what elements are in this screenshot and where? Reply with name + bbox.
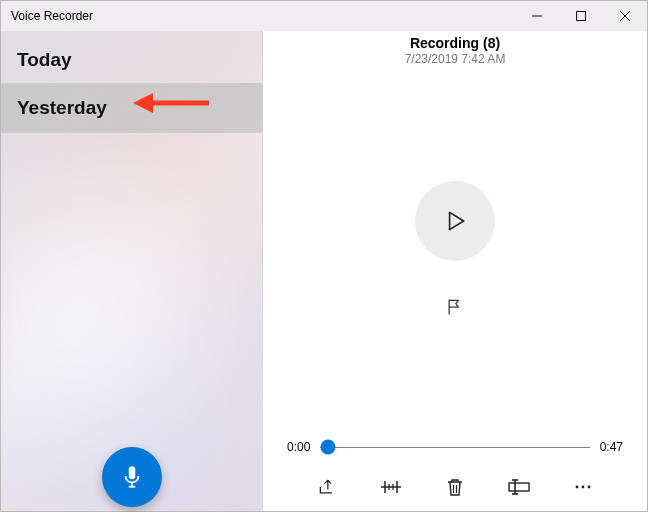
close-icon	[620, 11, 630, 21]
sidebar-section-yesterday[interactable]: Yesterday	[1, 83, 262, 133]
time-current: 0:00	[287, 440, 310, 454]
recording-timestamp: 7/23/2019 7:42 AM	[263, 52, 647, 66]
sidebar-section-today[interactable]: Today	[1, 31, 262, 83]
svg-marker-9	[450, 212, 464, 229]
flag-icon	[445, 297, 465, 317]
titlebar: Voice Recorder	[1, 1, 647, 31]
close-button[interactable]	[603, 1, 647, 31]
annotation-arrow	[131, 89, 211, 117]
share-button[interactable]	[315, 475, 339, 499]
window-title: Voice Recorder	[11, 9, 93, 23]
window-controls	[515, 1, 647, 31]
svg-rect-17	[509, 483, 529, 491]
svg-point-23	[588, 486, 591, 489]
rename-button[interactable]	[507, 475, 531, 499]
minimize-icon	[532, 11, 542, 21]
svg-point-21	[576, 486, 579, 489]
seek-line	[320, 447, 589, 448]
more-button[interactable]	[571, 475, 595, 499]
svg-rect-6	[128, 466, 135, 479]
delete-button[interactable]	[443, 475, 467, 499]
play-icon	[442, 208, 468, 234]
sidebar-section-label: Yesterday	[17, 97, 107, 118]
app-body: Today Yesterday	[1, 31, 647, 511]
recording-title: Recording (8)	[263, 35, 647, 51]
recordings-sidebar: Today Yesterday	[1, 31, 263, 511]
rename-icon	[507, 478, 531, 496]
trim-icon	[379, 477, 403, 497]
sidebar-section-label: Today	[17, 49, 72, 70]
trim-button[interactable]	[379, 475, 403, 499]
app-window: Voice Recorder Today Yesterday	[0, 0, 648, 512]
trash-icon	[446, 477, 464, 497]
svg-marker-5	[133, 93, 153, 113]
playback-area	[263, 66, 647, 435]
maximize-button[interactable]	[559, 1, 603, 31]
seek-knob[interactable]	[321, 440, 336, 455]
play-button[interactable]	[415, 181, 495, 261]
add-marker-button[interactable]	[441, 293, 469, 321]
maximize-icon	[576, 11, 586, 21]
recording-header: Recording (8) 7/23/2019 7:42 AM	[263, 35, 647, 66]
minimize-button[interactable]	[515, 1, 559, 31]
bottom-toolbar	[263, 465, 647, 511]
timeline: 0:00 0:47	[263, 435, 647, 465]
svg-point-22	[582, 486, 585, 489]
main-panel: Recording (8) 7/23/2019 7:42 AM 0:0	[263, 31, 647, 511]
seek-track[interactable]	[320, 435, 589, 459]
record-button[interactable]	[102, 447, 162, 507]
share-icon	[317, 477, 337, 497]
svg-rect-1	[577, 12, 586, 21]
time-total: 0:47	[600, 440, 623, 454]
more-icon	[573, 477, 593, 497]
microphone-icon	[119, 464, 145, 490]
